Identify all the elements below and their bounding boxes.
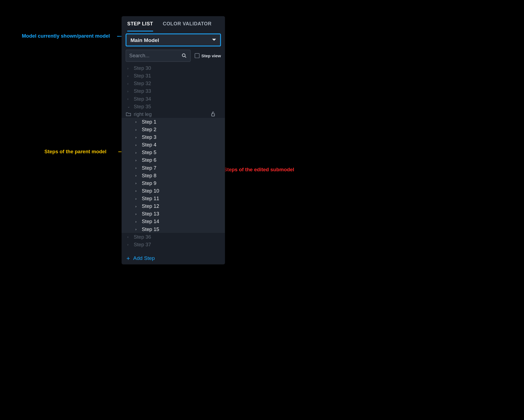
step-view-label: Step view	[201, 53, 221, 58]
step-label: Step 34	[134, 96, 151, 102]
chevron-right-icon: ›	[135, 204, 139, 208]
chevron-right-icon: ›	[127, 97, 131, 101]
substep-label: Step 12	[142, 203, 159, 209]
substep-label: Step 7	[142, 165, 156, 171]
substep-item[interactable]: ›Step 1	[121, 118, 225, 125]
chevron-down-icon: ⌄	[127, 104, 131, 109]
substep-item[interactable]: ›Step 13	[121, 210, 225, 218]
add-step-button[interactable]: + Add Step	[121, 251, 225, 264]
svg-point-0	[182, 54, 185, 57]
tab-step-list[interactable]: STEP LIST	[127, 16, 153, 31]
chevron-right-icon: ›	[135, 158, 139, 162]
svg-line-1	[185, 56, 186, 58]
substep-label: Step 1	[142, 119, 156, 125]
chevron-right-icon: ›	[135, 127, 139, 131]
chevron-right-icon: ›	[127, 66, 131, 70]
substep-label: Step 15	[142, 226, 159, 232]
annotation-model-selector: Model currently shown/parent model	[22, 33, 110, 39]
annotation-parent-steps: Steps of the parent model	[44, 149, 106, 155]
step-item[interactable]: ⌄Step 35	[121, 103, 225, 110]
substep-item[interactable]: ›Step 3	[121, 133, 225, 141]
chevron-right-icon: ›	[135, 189, 139, 193]
chevron-right-icon: ›	[127, 81, 131, 85]
substep-item[interactable]: ›Step 12	[121, 202, 225, 210]
step-item[interactable]: ›Step 32	[121, 80, 225, 87]
substep-label: Step 4	[142, 142, 156, 148]
substep-item[interactable]: ›Step 14	[121, 218, 225, 225]
submodel-folder[interactable]: right leg	[121, 110, 225, 118]
step-label: Step 33	[134, 88, 151, 94]
tab-bar: STEP LIST COLOR VALIDATOR	[121, 16, 225, 31]
model-selector[interactable]: Main Model	[126, 34, 221, 46]
search-icon	[181, 53, 187, 59]
substep-item[interactable]: ›Step 8	[121, 172, 225, 179]
substep-label: Step 11	[142, 196, 159, 201]
step-label: Step 30	[134, 65, 151, 71]
step-list: ›Step 30›Step 31›Step 32›Step 33›Step 34…	[121, 64, 225, 251]
chevron-right-icon: ›	[127, 74, 131, 78]
chevron-right-icon: ›	[127, 242, 131, 247]
chevron-right-icon: ›	[135, 173, 139, 178]
step-item[interactable]: ›Step 30	[121, 64, 225, 72]
substep-label: Step 9	[142, 180, 156, 186]
folder-icon	[126, 112, 131, 116]
chevron-right-icon: ›	[135, 120, 139, 124]
substep-item[interactable]: ›Step 11	[121, 194, 225, 202]
tab-color-validator[interactable]: COLOR VALIDATOR	[163, 16, 212, 31]
checkbox-icon	[195, 53, 200, 58]
search-placeholder: Search...	[129, 53, 181, 59]
substep-label: Step 3	[142, 134, 156, 140]
lock-icon	[211, 111, 215, 116]
step-item[interactable]: ›Step 36	[121, 233, 225, 241]
substep-label: Step 6	[142, 157, 156, 163]
search-input[interactable]: Search...	[126, 50, 190, 62]
step-item[interactable]: ›Step 37	[121, 241, 225, 248]
substep-label: Step 8	[142, 173, 156, 178]
step-item[interactable]: ›Step 31	[121, 72, 225, 79]
substep-label: Step 14	[142, 218, 159, 224]
chevron-right-icon: ›	[127, 235, 131, 239]
add-step-label: Add Step	[133, 255, 155, 261]
model-selector-label: Main Model	[130, 37, 159, 43]
step-label: Step 37	[134, 242, 151, 247]
annotation-sub-steps: Steps of the edited submodel	[224, 167, 294, 172]
step-list-panel: STEP LIST COLOR VALIDATOR Main Model Sea…	[121, 16, 225, 264]
substep-item[interactable]: ›Step 4	[121, 141, 225, 149]
chevron-right-icon: ›	[135, 227, 139, 231]
substep-item[interactable]: ›Step 10	[121, 187, 225, 194]
plus-icon: +	[126, 255, 130, 261]
chevron-right-icon: ›	[135, 135, 139, 139]
substep-item[interactable]: ›Step 15	[121, 225, 225, 233]
step-item[interactable]: ›Step 34	[121, 95, 225, 103]
chevron-right-icon: ›	[135, 166, 139, 170]
substep-label: Step 13	[142, 211, 159, 217]
chevron-right-icon: ›	[135, 143, 139, 147]
submodel-name: right leg	[134, 111, 152, 117]
step-label: Step 32	[134, 80, 151, 86]
chevron-right-icon: ›	[135, 196, 139, 200]
substep-item[interactable]: ›Step 9	[121, 179, 225, 187]
step-label: Step 35	[134, 104, 151, 109]
chevron-right-icon: ›	[127, 89, 131, 93]
step-label: Step 31	[134, 73, 151, 79]
chevron-right-icon: ›	[135, 181, 139, 185]
substep-label: Step 10	[142, 188, 159, 194]
substep-label: Step 2	[142, 127, 156, 132]
step-item[interactable]: ›Step 33	[121, 87, 225, 95]
chevron-right-icon: ›	[135, 212, 139, 216]
step-label: Step 36	[134, 234, 151, 240]
svg-rect-2	[212, 114, 215, 116]
chevron-down-icon	[212, 39, 216, 41]
chevron-right-icon: ›	[135, 219, 139, 223]
substep-item[interactable]: ›Step 5	[121, 149, 225, 156]
substep-item[interactable]: ›Step 6	[121, 156, 225, 164]
substep-item[interactable]: ›Step 7	[121, 164, 225, 172]
substep-label: Step 5	[142, 149, 156, 155]
annotation-line-blue	[117, 36, 122, 37]
step-view-toggle[interactable]: Step view	[195, 53, 221, 58]
chevron-right-icon: ›	[135, 150, 139, 154]
substep-item[interactable]: ›Step 2	[121, 125, 225, 133]
